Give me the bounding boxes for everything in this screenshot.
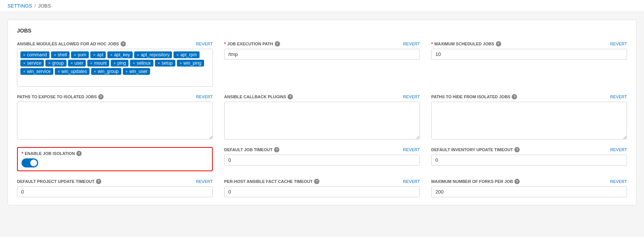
tag-item: ×selinux — [130, 60, 153, 67]
tag-item: ×service — [20, 60, 44, 67]
toggle-slider — [22, 158, 38, 167]
maximum-forks-help-icon[interactable]: ? — [514, 179, 520, 184]
default-project-update-timeout-revert[interactable]: REVERT — [196, 179, 213, 184]
tag-remove-icon[interactable]: × — [54, 53, 56, 57]
tag-item: ×user — [68, 60, 86, 67]
default-inventory-update-timeout-input[interactable] — [431, 155, 627, 166]
job-execution-path-revert[interactable]: REVERT — [403, 42, 420, 46]
paths-expose-textarea[interactable] — [17, 102, 213, 139]
default-project-update-timeout-header: DEFAULT PROJECT UPDATE TIMEOUT ? REVERT — [17, 179, 213, 184]
tag-remove-icon[interactable]: × — [94, 69, 96, 74]
per-host-fact-cache-timeout-header: PER-HOST ANSIBLE FACT CACHE TIMEOUT ? RE… — [224, 179, 420, 184]
tag-remove-icon[interactable]: × — [23, 61, 25, 65]
max-scheduled-jobs-header: * MAXIMUM SCHEDULED JOBS ? REVERT — [431, 41, 627, 46]
tag-label: win_updates — [62, 69, 87, 74]
paths-expose-revert[interactable]: REVERT — [196, 94, 213, 99]
enable-job-isolation-highlight: * ENABLE JOB ISOLATION ? — [17, 147, 213, 171]
paths-hide-field: PATHS TO HIDE FROM ISOLATED JOBS ? REVER… — [431, 94, 627, 139]
tag-item: ×win_updates — [55, 68, 90, 75]
tag-remove-icon[interactable]: × — [110, 53, 112, 57]
breadcrumb-settings-link[interactable]: SETTINGS — [8, 3, 32, 9]
paths-hide-help-icon[interactable]: ? — [512, 94, 517, 99]
tag-item: ×apt_key — [107, 51, 132, 58]
per-host-fact-cache-timeout-input[interactable] — [224, 186, 420, 197]
ansible-callback-textarea[interactable] — [224, 102, 420, 139]
tag-remove-icon[interactable]: × — [93, 53, 95, 57]
breadcrumb-bar: SETTINGS / JOBS — [0, 0, 644, 12]
job-execution-path-help-icon[interactable]: ? — [275, 41, 280, 46]
enable-job-isolation-toggle[interactable] — [22, 158, 38, 167]
tag-remove-icon[interactable]: × — [137, 53, 139, 57]
max-scheduled-jobs-help-icon[interactable]: ? — [496, 41, 501, 46]
default-project-update-timeout-help-icon[interactable]: ? — [96, 179, 101, 184]
paths-hide-revert[interactable]: REVERT — [610, 94, 627, 99]
default-project-update-timeout-field: DEFAULT PROJECT UPDATE TIMEOUT ? REVERT — [17, 179, 213, 197]
ansible-modules-field: ANSIBLE MODULES ALLOWED FOR AD HOC JOBS … — [17, 41, 213, 87]
paths-expose-help-icon[interactable]: ? — [98, 94, 104, 99]
max-scheduled-jobs-revert[interactable]: REVERT — [610, 42, 627, 46]
default-job-timeout-field: DEFAULT JOB TIMEOUT ? REVERT — [224, 147, 420, 171]
tag-label: apt_repository — [141, 52, 169, 57]
paths-hide-header: PATHS TO HIDE FROM ISOLATED JOBS ? REVER… — [431, 94, 627, 99]
enable-job-isolation-label: * ENABLE JOB ISOLATION ? — [22, 151, 82, 156]
default-job-timeout-help-icon[interactable]: ? — [274, 147, 279, 152]
tag-label: selinux — [137, 60, 151, 66]
tag-remove-icon[interactable]: × — [133, 61, 135, 65]
tag-label: win_user — [129, 69, 147, 74]
ansible-modules-help-icon[interactable]: ? — [121, 41, 126, 46]
tag-item: ×win_user — [123, 68, 150, 75]
maximum-forks-field: MAXIMUM NUMBER OF FORKS PER JOB ? REVERT — [431, 179, 627, 197]
ansible-callback-label: ANSIBLE CALLBACK PLUGINS ? — [224, 94, 293, 99]
maximum-forks-revert[interactable]: REVERT — [610, 179, 627, 184]
paths-hide-label: PATHS TO HIDE FROM ISOLATED JOBS ? — [431, 94, 517, 99]
default-job-timeout-label: DEFAULT JOB TIMEOUT ? — [224, 147, 279, 152]
default-inventory-update-timeout-revert[interactable]: REVERT — [610, 147, 627, 152]
tag-remove-icon[interactable]: × — [180, 61, 182, 65]
ansible-modules-header: ANSIBLE MODULES ALLOWED FOR AD HOC JOBS … — [17, 41, 213, 46]
max-scheduled-jobs-label: * MAXIMUM SCHEDULED JOBS ? — [431, 41, 501, 46]
enable-job-isolation-help-icon[interactable]: ? — [76, 151, 82, 156]
default-inventory-update-timeout-help-icon[interactable]: ? — [514, 147, 520, 152]
per-host-fact-cache-timeout-revert[interactable]: REVERT — [403, 179, 420, 184]
tag-item: ×ping — [111, 60, 128, 67]
tag-remove-icon[interactable]: × — [23, 53, 25, 57]
default-inventory-update-timeout-header: DEFAULT INVENTORY UPDATE TIMEOUT ? REVER… — [431, 147, 627, 152]
job-execution-path-field: * JOB EXECUTION PATH ? REVERT — [224, 41, 420, 87]
ansible-modules-tags-container[interactable]: ×command×shell×yum×apt×apt_key×apt_repos… — [17, 49, 213, 87]
tag-remove-icon[interactable]: × — [74, 53, 76, 57]
tag-label: apt_key — [114, 52, 130, 57]
default-job-timeout-input[interactable] — [224, 155, 420, 166]
tag-remove-icon[interactable]: × — [23, 69, 25, 74]
tag-remove-icon[interactable]: × — [176, 53, 178, 57]
per-host-fact-cache-timeout-help-icon[interactable]: ? — [314, 179, 319, 184]
ansible-callback-header: ANSIBLE CALLBACK PLUGINS ? REVERT — [224, 94, 420, 99]
ansible-modules-revert[interactable]: REVERT — [196, 42, 213, 46]
ansible-modules-label: ANSIBLE MODULES ALLOWED FOR AD HOC JOBS … — [17, 41, 126, 46]
job-execution-path-required: * — [224, 42, 226, 46]
tag-remove-icon[interactable]: × — [57, 69, 60, 74]
job-execution-path-header: * JOB EXECUTION PATH ? REVERT — [224, 41, 420, 46]
tag-remove-icon[interactable]: × — [90, 61, 92, 65]
tag-remove-icon[interactable]: × — [48, 61, 50, 65]
ansible-callback-revert[interactable]: REVERT — [403, 94, 420, 99]
per-host-fact-cache-timeout-field: PER-HOST ANSIBLE FACT CACHE TIMEOUT ? RE… — [224, 179, 420, 197]
maximum-forks-input[interactable] — [431, 186, 627, 197]
tag-label: shell — [58, 52, 67, 57]
maximum-forks-label: MAXIMUM NUMBER OF FORKS PER JOB ? — [431, 179, 520, 184]
job-execution-path-input[interactable] — [224, 49, 420, 60]
default-job-timeout-revert[interactable]: REVERT — [403, 147, 420, 152]
default-project-update-timeout-input[interactable] — [17, 186, 213, 197]
paths-hide-textarea[interactable] — [431, 102, 627, 139]
tag-remove-icon[interactable]: × — [113, 61, 116, 65]
ansible-callback-help-icon[interactable]: ? — [288, 94, 293, 99]
enable-job-isolation-required: * — [22, 151, 23, 156]
tag-label: ping — [118, 60, 126, 66]
tag-label: user — [74, 60, 83, 66]
tag-remove-icon[interactable]: × — [158, 61, 160, 65]
tag-remove-icon[interactable]: × — [71, 61, 73, 65]
tag-remove-icon[interactable]: × — [125, 69, 128, 74]
max-scheduled-jobs-input[interactable] — [431, 49, 627, 60]
tag-item: ×win_service — [20, 68, 53, 75]
tag-item: ×win_ping — [177, 60, 204, 67]
tag-label: service — [27, 60, 41, 66]
